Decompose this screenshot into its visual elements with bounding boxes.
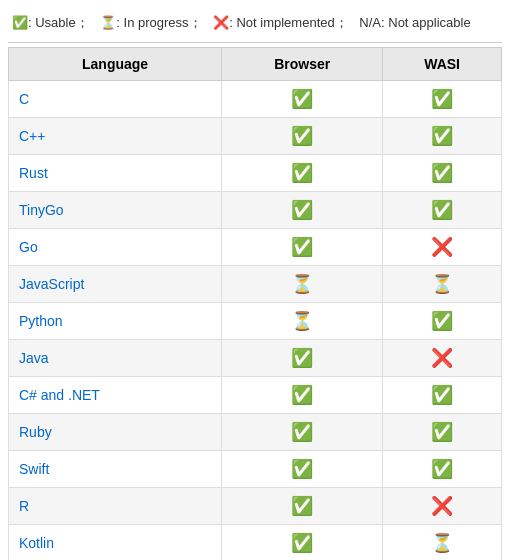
browser-cell: ✅: [222, 118, 383, 155]
legend-usable: ✅: Usable；: [12, 15, 89, 30]
language-link[interactable]: C++: [19, 128, 45, 144]
language-cell: Java: [9, 340, 222, 377]
table-row: Go✅❌: [9, 229, 502, 266]
language-cell: C++: [9, 118, 222, 155]
browser-cell: ✅: [222, 229, 383, 266]
browser-cell: ✅: [222, 192, 383, 229]
language-link[interactable]: R: [19, 498, 29, 514]
col-header-browser: Browser: [222, 48, 383, 81]
table-row: Kotlin✅⏳: [9, 525, 502, 561]
language-link[interactable]: TinyGo: [19, 202, 64, 218]
compatibility-table: Language Browser WASI C✅✅C++✅✅Rust✅✅Tiny…: [8, 47, 502, 560]
wasi-cell: ⏳: [383, 525, 502, 561]
legend: ✅: Usable； ⏳: In progress； ❌: Not implem…: [8, 8, 502, 43]
browser-cell: ✅: [222, 340, 383, 377]
browser-cell: ⏳: [222, 303, 383, 340]
language-link[interactable]: JavaScript: [19, 276, 84, 292]
language-link[interactable]: Python: [19, 313, 63, 329]
wasi-cell: ✅: [383, 118, 502, 155]
browser-cell: ✅: [222, 81, 383, 118]
table-row: C# and .NET✅✅: [9, 377, 502, 414]
language-link[interactable]: Swift: [19, 461, 49, 477]
browser-cell: ⏳: [222, 266, 383, 303]
table-row: R✅❌: [9, 488, 502, 525]
wasi-cell: ✅: [383, 451, 502, 488]
wasi-cell: ❌: [383, 488, 502, 525]
language-link[interactable]: C: [19, 91, 29, 107]
wasi-cell: ✅: [383, 81, 502, 118]
browser-cell: ✅: [222, 414, 383, 451]
table-row: TinyGo✅✅: [9, 192, 502, 229]
legend-inprogress: ⏳: In progress；: [100, 15, 201, 30]
language-cell: R: [9, 488, 222, 525]
browser-cell: ✅: [222, 488, 383, 525]
wasi-cell: ❌: [383, 229, 502, 266]
language-link[interactable]: Go: [19, 239, 38, 255]
legend-na: N/A: Not applicable: [359, 15, 470, 30]
language-cell: Rust: [9, 155, 222, 192]
wasi-cell: ✅: [383, 192, 502, 229]
table-row: JavaScript⏳⏳: [9, 266, 502, 303]
table-row: Swift✅✅: [9, 451, 502, 488]
language-cell: JavaScript: [9, 266, 222, 303]
wasi-cell: ⏳: [383, 266, 502, 303]
browser-cell: ✅: [222, 525, 383, 561]
table-row: Java✅❌: [9, 340, 502, 377]
table-row: Rust✅✅: [9, 155, 502, 192]
language-link[interactable]: Ruby: [19, 424, 52, 440]
language-cell: TinyGo: [9, 192, 222, 229]
language-cell: Kotlin: [9, 525, 222, 561]
wasi-cell: ✅: [383, 303, 502, 340]
table-row: C++✅✅: [9, 118, 502, 155]
table-row: Python⏳✅: [9, 303, 502, 340]
language-cell: Ruby: [9, 414, 222, 451]
table-header-row: Language Browser WASI: [9, 48, 502, 81]
wasi-cell: ✅: [383, 414, 502, 451]
language-cell: Go: [9, 229, 222, 266]
legend-notimpl: ❌: Not implemented；: [213, 15, 348, 30]
wasi-cell: ❌: [383, 340, 502, 377]
table-row: C✅✅: [9, 81, 502, 118]
language-link[interactable]: Rust: [19, 165, 48, 181]
language-cell: C: [9, 81, 222, 118]
wasi-cell: ✅: [383, 155, 502, 192]
language-cell: C# and .NET: [9, 377, 222, 414]
browser-cell: ✅: [222, 155, 383, 192]
browser-cell: ✅: [222, 451, 383, 488]
browser-cell: ✅: [222, 377, 383, 414]
language-link[interactable]: Java: [19, 350, 49, 366]
wasi-cell: ✅: [383, 377, 502, 414]
language-link[interactable]: Kotlin: [19, 535, 54, 551]
language-cell: Python: [9, 303, 222, 340]
table-row: Ruby✅✅: [9, 414, 502, 451]
col-header-language: Language: [9, 48, 222, 81]
language-link[interactable]: C# and .NET: [19, 387, 100, 403]
language-cell: Swift: [9, 451, 222, 488]
col-header-wasi: WASI: [383, 48, 502, 81]
